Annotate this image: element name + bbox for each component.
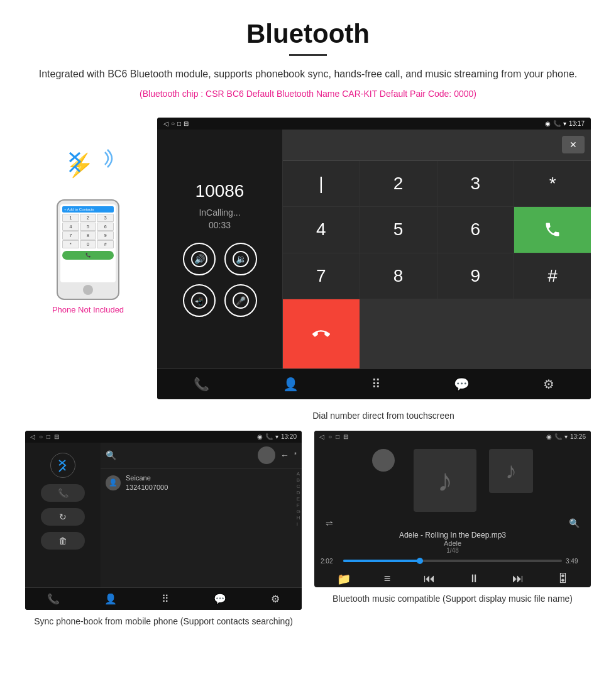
pb-refresh-button[interactable]: ↻ xyxy=(41,508,85,526)
phone-home-button xyxy=(83,285,93,295)
shuffle-icon[interactable]: ⇌ xyxy=(326,518,333,528)
pb-delete-button[interactable]: 🗑 xyxy=(41,532,85,550)
calls-tab-icon[interactable]: 📞 xyxy=(194,377,209,392)
dial-caption: Dial number direct from touchscreen xyxy=(0,406,616,431)
music-block: ◁ ○ □ ⊟ ◉ 📞 ▾ 13:26 xyxy=(314,431,591,628)
pb-right-content: 🔍 ← * 👤 Seicane 13241007000 xyxy=(101,443,302,587)
phone-keypad: 1 2 3 4 5 6 7 8 9 * 0 # xyxy=(62,214,114,248)
pb-left-nav: 📞 ↻ 🗑 xyxy=(25,443,101,587)
backspace-button[interactable]: ✕ xyxy=(562,136,585,153)
music-note-icon: ♪ xyxy=(437,462,453,499)
pb-contacts-list: 👤 Seicane 13241007000 xyxy=(101,468,295,587)
music-progress-bar[interactable] xyxy=(343,560,562,562)
pb-content: 📞 ↻ 🗑 🔍 ← * xyxy=(25,443,302,587)
end-call-button[interactable] xyxy=(283,299,360,368)
pb-recent-icon: □ xyxy=(47,433,50,440)
location-icon: ◉ xyxy=(545,120,551,127)
numpad-key-6[interactable]: 6 xyxy=(437,207,514,253)
status-nav-icons: ◁ ○ □ ⊟ xyxy=(163,120,189,127)
pb-phone-icon: 📞 xyxy=(265,433,273,440)
dialpad-tab-icon[interactable]: ⠿ xyxy=(371,377,381,392)
pb-contact-area: 👤 Seicane 13241007000 A B C D xyxy=(101,468,302,587)
music-prev-icon[interactable]: ⏮ xyxy=(424,572,435,586)
numpad-key-2[interactable]: 2 xyxy=(360,161,437,207)
phone-call-button: 📞 xyxy=(62,251,114,260)
numpad-key-8[interactable]: 8 xyxy=(360,253,437,299)
phone-not-included-label: Phone Not Included xyxy=(52,305,124,314)
music-folder-icon[interactable]: 📁 xyxy=(337,572,351,586)
numpad-key-hash[interactable]: # xyxy=(514,253,591,299)
pb-contacts-icon[interactable]: 👤 xyxy=(104,593,117,605)
music-right-status: ◉ 📞 ▾ 13:26 xyxy=(546,433,586,440)
music-progress-fill xyxy=(343,560,420,562)
music-progress-dot xyxy=(417,558,423,564)
dial-controls-row2: 📲 🎤 xyxy=(183,284,257,317)
pb-dialpad-icon[interactable]: ⠿ xyxy=(162,593,169,605)
phone-side: ⚡ + Add to Contacts 1 2 3 xyxy=(25,118,151,314)
pb-bluetooth-icon xyxy=(50,453,75,478)
pb-alphabet-index: A B C D E F G H I xyxy=(295,468,302,587)
dial-controls-row1: 🔊 🔉 xyxy=(183,243,257,275)
phone-key: 5 xyxy=(80,223,97,231)
settings-tab-icon[interactable]: ⚙ xyxy=(543,377,554,392)
phone-screen: + Add to Contacts 1 2 3 4 5 6 7 8 9 * 0 … xyxy=(60,204,116,282)
pb-settings-icon[interactable]: ⚙ xyxy=(271,593,280,605)
music-next-icon[interactable]: ⏭ xyxy=(512,572,524,586)
extra-icon: ⊟ xyxy=(184,120,189,127)
pb-contact-name: Seicane xyxy=(126,473,168,483)
pb-contact-number: 13241007000 xyxy=(126,483,168,492)
music-top-controls: ⇌ 🔍 xyxy=(321,518,585,528)
music-time-current: 2:02 xyxy=(321,558,339,565)
pb-contact-info: Seicane 13241007000 xyxy=(126,473,168,493)
phonebook-block: ◁ ○ □ ⊟ ◉ 📞 ▾ 13:20 xyxy=(25,431,302,628)
bottom-screenshots: ◁ ○ □ ⊟ ◉ 📞 ▾ 13:20 xyxy=(0,431,616,628)
numpad-key-9[interactable]: 9 xyxy=(437,253,514,299)
transfer-call-button[interactable]: 📲 xyxy=(183,284,216,317)
music-playlist-icon[interactable]: ≡ xyxy=(384,572,391,586)
music-equalizer-icon[interactable]: 🎛 xyxy=(557,572,568,586)
music-note-icon-small: ♪ xyxy=(505,458,517,484)
mute-button[interactable]: 🎤 xyxy=(224,284,257,317)
numpad-key-3[interactable]: 3 xyxy=(437,161,514,207)
music-track-info: 1/48 xyxy=(399,547,506,554)
pb-search-row: 🔍 ← * xyxy=(101,443,302,468)
pb-nav-icons: ◁ ○ □ ⊟ xyxy=(30,433,59,440)
music-status-bar: ◁ ○ □ ⊟ ◉ 📞 ▾ 13:26 xyxy=(314,431,591,443)
music-search-icon[interactable]: 🔍 xyxy=(569,518,580,528)
music-recent-icon: □ xyxy=(336,433,339,440)
music-caption: Bluetooth music compatible (Support disp… xyxy=(333,592,573,606)
numpad-key-7[interactable]: 7 xyxy=(283,253,360,299)
call-status: InCalling... xyxy=(199,207,240,218)
numpad-key-star[interactable]: * xyxy=(514,161,591,207)
contacts-tab-icon[interactable]: 👤 xyxy=(283,377,299,392)
signal-waves-icon xyxy=(91,146,116,182)
phone-key: 7 xyxy=(62,231,79,240)
dial-display: ✕ xyxy=(283,130,591,161)
phone-key: 2 xyxy=(80,214,97,222)
album-art-main: ♪ xyxy=(414,449,476,512)
numpad-key-1[interactable]: | xyxy=(283,161,360,207)
accept-call-button[interactable] xyxy=(514,207,591,253)
pb-contact-row: 👤 Seicane 13241007000 xyxy=(101,468,295,498)
numpad-key-4[interactable]: 4 xyxy=(283,207,360,253)
pb-call-button[interactable]: 📞 xyxy=(41,484,85,502)
music-controls: 📁 ≡ ⏮ ⏸ ⏭ 🎛 xyxy=(321,570,585,587)
status-time: 13:17 xyxy=(569,120,585,127)
pb-home-icon: ○ xyxy=(39,433,43,440)
dial-content: 10086 InCalling... 00:33 🔊 🔉 xyxy=(157,130,591,368)
pb-time: 13:20 xyxy=(281,433,297,440)
dial-right-panel: ✕ | 2 3 * 4 5 6 7 8 9 # xyxy=(283,130,591,368)
pb-wifi-icon: ▾ xyxy=(275,433,278,440)
pb-search-input[interactable] xyxy=(121,449,253,462)
volume-down-button[interactable]: 🔉 xyxy=(224,243,257,275)
dial-left-panel: 10086 InCalling... 00:33 🔊 🔉 xyxy=(157,130,283,368)
svg-text:🔊: 🔊 xyxy=(194,254,205,265)
numpad-key-5[interactable]: 5 xyxy=(360,207,437,253)
phone-key: 6 xyxy=(97,223,114,231)
volume-up-button[interactable]: 🔊 xyxy=(183,243,216,275)
music-play-pause-icon[interactable]: ⏸ xyxy=(468,572,480,586)
messages-tab-icon[interactable]: 💬 xyxy=(454,377,470,392)
title-underline xyxy=(289,54,327,56)
pb-messages-icon[interactable]: 💬 xyxy=(214,593,226,605)
pb-calls-icon[interactable]: 📞 xyxy=(47,593,60,605)
